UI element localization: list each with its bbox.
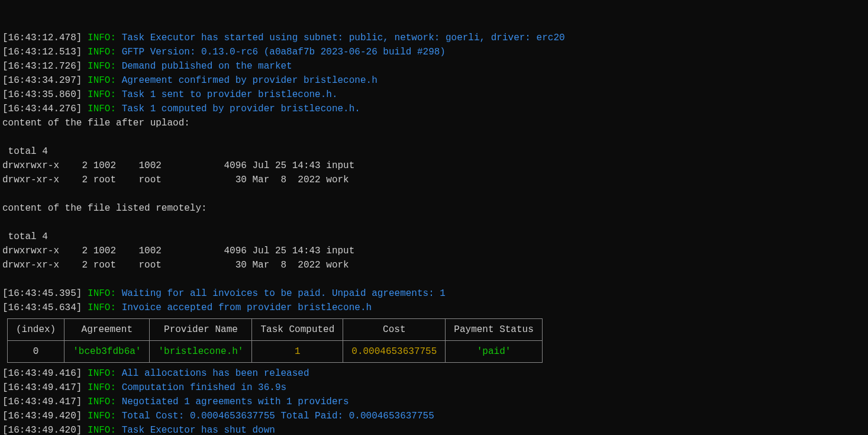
log-message: Agreement confirmed by provider bristlec…: [122, 75, 377, 86]
terminal-output-footer[interactable]: [16:43:49.416] INFO: All allocations has…: [2, 366, 866, 435]
log-level: INFO: [88, 302, 110, 313]
log-timestamp: [16:43:12.478]: [2, 33, 82, 43]
output-heading: content of the file listed remotely:: [2, 203, 207, 214]
log-timestamp: [16:43:45.634]: [2, 302, 82, 313]
log-level: INFO: [88, 288, 110, 299]
log-level: INFO: [88, 368, 110, 379]
log-timestamp: [16:43:34.297]: [2, 75, 82, 86]
log-message: Invoice accepted from provider bristleco…: [122, 302, 372, 313]
log-timestamp: [16:43:44.276]: [2, 104, 82, 114]
log-message: Task Executor has started using subnet: …: [122, 33, 565, 43]
log-colon: :: [110, 425, 116, 435]
log-level: INFO: [88, 411, 110, 421]
log-colon: :: [110, 411, 116, 421]
log-colon: :: [110, 89, 116, 100]
output-heading: content of the file after uplaod:: [2, 118, 190, 128]
table-header: Payment Status: [446, 319, 542, 341]
cell-task-computed: 1: [252, 341, 343, 363]
table-header: Task Computed: [252, 319, 343, 341]
summary-table: (index) Agreement Provider Name Task Com…: [7, 318, 543, 363]
log-timestamp: [16:43:49.417]: [2, 397, 82, 407]
log-timestamp: [16:43:49.420]: [2, 425, 82, 435]
ls-row: drwxrwxr-x 2 1002 1002 4096 Jul 25 14:43…: [2, 246, 354, 256]
table-header: Provider Name: [150, 319, 252, 341]
log-colon: :: [110, 368, 116, 379]
log-timestamp: [16:43:45.395]: [2, 288, 82, 299]
log-message: Negotiated 1 agreements with 1 providers: [122, 397, 349, 407]
log-level: INFO: [88, 397, 110, 407]
log-timestamp: [16:43:49.420]: [2, 411, 82, 421]
ls-total: total 4: [2, 146, 48, 157]
log-colon: :: [110, 288, 116, 299]
ls-row: drwxrwxr-x 2 1002 1002 4096 Jul 25 14:43…: [2, 160, 354, 171]
log-colon: :: [110, 33, 116, 43]
table-row: 0 'bceb3fdb6a' 'bristlecone.h' 1 0.00046…: [8, 341, 543, 363]
log-message: Task 1 computed by provider bristlecone.…: [122, 104, 360, 114]
log-colon: :: [110, 104, 116, 114]
log-message: Waiting for all invoices to be paid. Unp…: [122, 288, 446, 299]
table-header: Cost: [343, 319, 446, 341]
log-timestamp: [16:43:49.416]: [2, 368, 82, 379]
table-header: (index): [8, 319, 64, 341]
ls-total: total 4: [2, 231, 48, 242]
log-colon: :: [110, 382, 116, 393]
log-message: Total Cost: 0.0004653637755 Total Paid: …: [122, 411, 434, 421]
log-timestamp: [16:43:49.417]: [2, 382, 82, 393]
log-message: Task Executor has shut down: [122, 425, 275, 435]
log-message: Task 1 sent to provider bristlecone.h.: [122, 89, 338, 100]
log-level: INFO: [88, 47, 110, 57]
cell-agreement: 'bceb3fdb6a': [64, 341, 150, 363]
log-colon: :: [110, 397, 116, 407]
table-header: Agreement: [64, 319, 150, 341]
log-colon: :: [110, 61, 116, 72]
log-timestamp: [16:43:12.726]: [2, 61, 82, 72]
cell-provider: 'bristlecone.h': [150, 341, 252, 363]
log-message: All allocations has been released: [122, 368, 309, 379]
log-timestamp: [16:43:12.513]: [2, 47, 82, 57]
table-header-row: (index) Agreement Provider Name Task Com…: [8, 319, 543, 341]
log-level: INFO: [88, 75, 110, 86]
log-level: INFO: [88, 33, 110, 43]
log-level: INFO: [88, 61, 110, 72]
log-colon: :: [110, 75, 116, 86]
log-colon: :: [110, 47, 116, 57]
log-level: INFO: [88, 104, 110, 114]
log-message: Computation finished in 36.9s: [122, 382, 286, 393]
log-level: INFO: [88, 382, 110, 393]
log-level: INFO: [88, 89, 110, 100]
log-message: Demand published on the market: [122, 61, 292, 72]
log-message: GFTP Version: 0.13.0-rc6 (a0a8af7b 2023-…: [122, 47, 446, 57]
cell-payment-status: 'paid': [446, 341, 542, 363]
ls-row: drwxr-xr-x 2 root root 30 Mar 8 2022 wor…: [2, 260, 349, 270]
log-timestamp: [16:43:35.860]: [2, 89, 82, 100]
terminal-output[interactable]: [16:43:12.478] INFO: Task Executor has s…: [2, 31, 866, 315]
cell-cost: 0.0004653637755: [343, 341, 446, 363]
log-colon: :: [110, 302, 116, 313]
ls-row: drwxr-xr-x 2 root root 30 Mar 8 2022 wor…: [2, 175, 349, 185]
cell-index: 0: [8, 341, 64, 363]
log-level: INFO: [88, 425, 110, 435]
